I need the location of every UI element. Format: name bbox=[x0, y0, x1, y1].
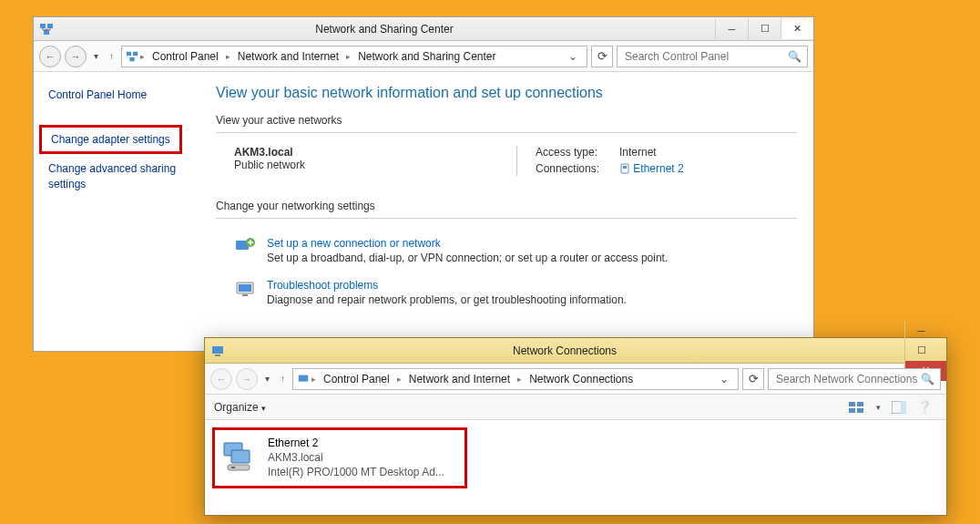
close-button[interactable]: ✕ bbox=[781, 19, 813, 39]
window-title: Network Connections bbox=[225, 344, 904, 357]
maximize-button[interactable]: ☐ bbox=[748, 19, 781, 39]
search-icon[interactable]: 🔍 bbox=[788, 50, 801, 63]
divider bbox=[216, 218, 797, 219]
search-input[interactable] bbox=[774, 372, 921, 386]
troubleshoot-link[interactable]: Troubleshoot problems bbox=[267, 279, 627, 292]
setup-connection-desc: Set up a broadband, dial-up, or VPN conn… bbox=[267, 252, 668, 264]
divider bbox=[216, 132, 797, 133]
network-icon bbox=[126, 50, 138, 63]
chevron-right-icon: ▸ bbox=[226, 52, 230, 61]
svg-rect-24 bbox=[228, 465, 250, 470]
ethernet-icon bbox=[619, 163, 630, 176]
svg-rect-14 bbox=[215, 354, 220, 356]
view-options-button[interactable] bbox=[843, 401, 871, 414]
svg-rect-0 bbox=[40, 24, 46, 28]
search-input[interactable] bbox=[623, 49, 788, 64]
search-box[interactable]: 🔍 bbox=[617, 46, 808, 67]
address-dropdown-icon[interactable]: ⌄ bbox=[714, 373, 734, 385]
adapter-icon bbox=[222, 441, 259, 474]
help-button[interactable]: ❔ bbox=[912, 400, 937, 414]
titlebar[interactable]: Network and Sharing Center ─ ☐ ✕ bbox=[34, 17, 813, 41]
svg-rect-12 bbox=[242, 294, 248, 296]
active-network-row: AKM3.local Public network Access type: I… bbox=[216, 146, 797, 176]
svg-rect-7 bbox=[623, 166, 627, 169]
sidebar: Control Panel Home Change adapter settin… bbox=[34, 72, 216, 351]
address-bar-row: ← → ▾ ↑ ▸ Control Panel ▸ Network and In… bbox=[34, 41, 813, 72]
connection-adapter: Intel(R) PRO/1000 MT Desktop Ad... bbox=[268, 465, 444, 479]
forward-button[interactable]: → bbox=[65, 46, 87, 67]
back-button[interactable]: ← bbox=[39, 46, 61, 67]
forward-button[interactable]: → bbox=[236, 368, 258, 390]
setup-connection-icon bbox=[234, 237, 256, 264]
network-name: AKM3.local bbox=[234, 146, 489, 159]
access-type-value: Internet bbox=[619, 146, 657, 159]
address-bar-row: ← → ▾ ↑ ▸ Control Panel ▸ Network and In… bbox=[205, 364, 946, 395]
toolbar: Organize ▾ ▾ ❔ bbox=[205, 395, 946, 420]
troubleshoot-desc: Diagnose and repair network problems, or… bbox=[267, 293, 627, 306]
minimize-button[interactable]: ─ bbox=[904, 321, 937, 341]
change-advanced-sharing-link[interactable]: Change advanced sharing settings bbox=[46, 158, 203, 196]
svg-rect-2 bbox=[44, 30, 49, 35]
svg-rect-16 bbox=[849, 402, 855, 406]
connection-name: Ethernet 2 bbox=[268, 436, 444, 450]
chevron-right-icon: ▸ bbox=[517, 375, 522, 384]
svg-rect-23 bbox=[231, 450, 250, 463]
organize-menu[interactable]: Organize ▾ bbox=[214, 401, 266, 414]
svg-rect-25 bbox=[231, 467, 235, 468]
window-title: Network and Sharing Center bbox=[54, 23, 715, 36]
chevron-right-icon: ▸ bbox=[140, 52, 145, 61]
network-type: Public network bbox=[234, 159, 489, 171]
up-button[interactable]: ↑ bbox=[106, 51, 117, 61]
network-connections-icon bbox=[297, 373, 310, 385]
troubleshoot-item[interactable]: Troubleshoot problems Diagnose and repai… bbox=[216, 273, 797, 315]
connection-domain: AKM3.local bbox=[268, 450, 444, 465]
view-dropdown-icon[interactable]: ▾ bbox=[871, 403, 886, 412]
svg-rect-18 bbox=[849, 408, 855, 413]
maximize-button[interactable]: ☐ bbox=[904, 341, 937, 361]
search-icon[interactable]: 🔍 bbox=[921, 373, 934, 385]
crumb-network-internet[interactable]: Network and Internet bbox=[403, 371, 516, 387]
change-settings-label: Change your networking settings bbox=[216, 200, 797, 212]
svg-rect-1 bbox=[47, 24, 53, 28]
setup-connection-item[interactable]: Set up a new connection or network Set u… bbox=[216, 231, 797, 273]
svg-rect-13 bbox=[212, 346, 223, 354]
up-button[interactable]: ↑ bbox=[277, 374, 289, 384]
svg-rect-21 bbox=[901, 401, 906, 414]
search-box[interactable]: 🔍 bbox=[768, 368, 941, 390]
minimize-button[interactable]: ─ bbox=[715, 19, 748, 39]
preview-pane-button[interactable] bbox=[886, 401, 912, 414]
svg-rect-3 bbox=[127, 51, 131, 55]
chevron-right-icon: ▸ bbox=[311, 375, 316, 384]
network-sharing-window: Network and Sharing Center ─ ☐ ✕ ← → ▾ ↑… bbox=[33, 16, 814, 352]
setup-connection-link[interactable]: Set up a new connection or network bbox=[267, 237, 668, 250]
refresh-button[interactable]: ⟳ bbox=[591, 46, 613, 67]
breadcrumb[interactable]: ▸ Control Panel ▸ Network and Internet ▸… bbox=[121, 46, 587, 67]
back-button[interactable]: ← bbox=[210, 368, 232, 390]
connection-link[interactable]: Ethernet 2 bbox=[619, 162, 684, 176]
refresh-button[interactable]: ⟳ bbox=[742, 368, 764, 390]
crumb-control-panel[interactable]: Control Panel bbox=[147, 48, 224, 65]
crumb-control-panel[interactable]: Control Panel bbox=[318, 371, 395, 387]
address-dropdown-icon[interactable]: ⌄ bbox=[563, 50, 583, 63]
breadcrumb[interactable]: ▸ Control Panel ▸ Network and Internet ▸… bbox=[292, 368, 739, 390]
crumb-network-internet[interactable]: Network and Internet bbox=[232, 48, 344, 65]
svg-rect-4 bbox=[133, 51, 138, 55]
connection-name: Ethernet 2 bbox=[633, 162, 683, 175]
chevron-right-icon: ▸ bbox=[346, 52, 351, 61]
troubleshoot-icon bbox=[234, 279, 256, 306]
network-connections-window: Network Connections ─ ☐ ✕ ← → ▾ ↑ ▸ Cont… bbox=[204, 337, 947, 516]
crumb-network-sharing[interactable]: Network and Sharing Center bbox=[352, 48, 501, 65]
connection-item-ethernet2[interactable]: Ethernet 2 AKM3.local Intel(R) PRO/1000 … bbox=[212, 427, 467, 488]
recent-dropdown-icon[interactable]: ▾ bbox=[90, 51, 102, 61]
control-panel-home-link[interactable]: Control Panel Home bbox=[46, 85, 203, 105]
crumb-network-connections[interactable]: Network Connections bbox=[524, 371, 638, 387]
access-type-label: Access type: bbox=[536, 146, 608, 159]
svg-rect-19 bbox=[857, 408, 863, 413]
titlebar[interactable]: Network Connections ─ ☐ ✕ bbox=[205, 338, 946, 364]
svg-rect-5 bbox=[129, 57, 134, 60]
recent-dropdown-icon[interactable]: ▾ bbox=[261, 374, 273, 384]
page-title: View your basic network information and … bbox=[216, 85, 797, 101]
active-networks-label: View your active networks bbox=[216, 114, 797, 127]
network-connections-icon bbox=[210, 344, 225, 358]
change-adapter-settings-link[interactable]: Change adapter settings bbox=[39, 125, 182, 154]
